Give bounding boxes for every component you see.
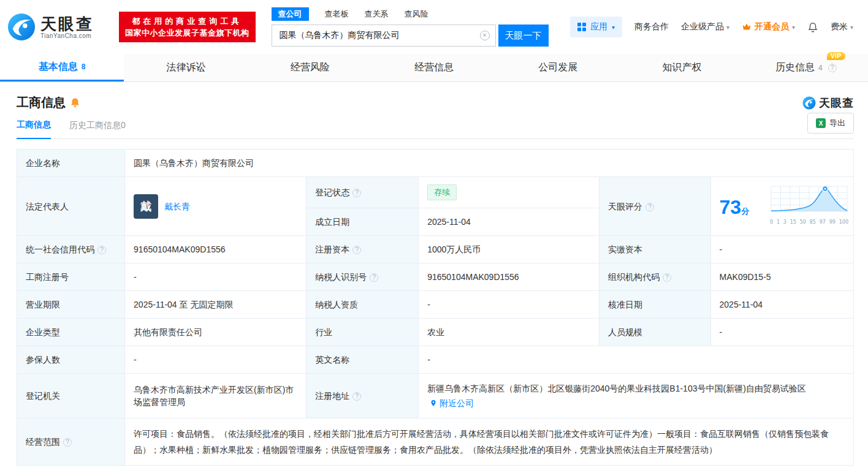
username: 费米: [831, 21, 848, 32]
legal-rep-avatar[interactable]: 戴: [134, 194, 158, 219]
chevron-down-icon: ▾: [726, 24, 729, 31]
legal-rep-link[interactable]: 戴长青: [164, 200, 190, 213]
tab-intellectual-property[interactable]: 知识产权: [620, 54, 744, 81]
export-button[interactable]: X 导出: [807, 113, 854, 134]
help-icon[interactable]: ?: [352, 246, 361, 254]
score-value: 73: [720, 196, 742, 218]
search-input[interactable]: [272, 25, 496, 47]
tab-basic-info[interactable]: 基本信息 8: [0, 54, 124, 81]
header: 天眼查 TianYanCha.com 都在用的商业查询工具 国家中小企业发展子基…: [0, 0, 868, 54]
chevron-down-icon: ▾: [850, 24, 853, 31]
notification-bell-icon[interactable]: [807, 21, 818, 33]
search-tab-boss[interactable]: 查老板: [325, 9, 349, 20]
value-reg-number: -: [125, 263, 306, 291]
tab-label: 历史信息: [775, 61, 815, 74]
label-text: 注册资本: [315, 244, 349, 254]
label-reg-status: 登记状态?: [306, 177, 419, 208]
tab-label: 公司发展: [538, 61, 577, 74]
tab-history-info[interactable]: 历史信息 4 ? VIP: [744, 54, 868, 81]
grid-icon: [577, 23, 586, 31]
score-axis-tick: 100: [839, 216, 848, 229]
score-axis-tick: 1: [777, 216, 780, 229]
tab-legal-proceedings[interactable]: 法律诉讼: [124, 54, 248, 81]
link-business-cooperation[interactable]: 商务合作: [634, 21, 669, 32]
label-insured: 参保人数: [17, 346, 125, 374]
nearby-label: 附近公司: [440, 398, 474, 408]
brand-domain: TianYanCha.com: [40, 32, 94, 39]
vip-label: 开通会员: [755, 21, 789, 32]
apps-label: 应用: [590, 21, 607, 32]
value-establish-date: 2025-11-04: [419, 208, 600, 236]
status-badge: 存续: [427, 184, 457, 200]
subtab-history-business-info[interactable]: 历史工商信息0: [69, 120, 126, 138]
score-axis-tick: 99: [829, 216, 836, 229]
help-icon[interactable]: ?: [97, 246, 106, 254]
tab-business-risk[interactable]: 经营风险: [248, 54, 372, 81]
label-text: 纳税人识别号: [315, 272, 367, 282]
help-icon[interactable]: ?: [63, 438, 72, 447]
excel-icon: X: [816, 118, 826, 128]
tab-label: 法律诉讼: [166, 61, 205, 74]
chevron-down-icon: ▾: [612, 24, 615, 31]
label-score: 天眼评分?: [600, 177, 711, 236]
chevron-down-icon: ▾: [792, 24, 795, 31]
table-row: 登记机关 乌鲁木齐市高新技术产业开发区(新市区)市场监督管理局 注册地址? 新疆…: [17, 374, 854, 418]
help-icon[interactable]: ?: [645, 203, 654, 211]
value-credit-code: 91650104MAK09D1556: [125, 236, 306, 263]
value-company-type: 其他有限责任公司: [125, 319, 306, 346]
label-text: 统一社会信用代码: [26, 244, 94, 254]
label-taxpayer-id: 纳税人识别号?: [306, 263, 419, 291]
table-row: 参保人数 - 英文名称 -: [17, 346, 854, 374]
table-row: 工商注册号 - 纳税人识别号? 91650104MAK09D1556 组织机构代…: [17, 263, 854, 291]
label-reg-capital: 注册资本?: [306, 236, 419, 263]
value-taxpayer-id: 91650104MAK09D1556: [419, 263, 600, 291]
help-icon[interactable]: ?: [370, 273, 378, 282]
open-vip-link[interactable]: 开通会员 ▾: [742, 21, 795, 32]
tab-company-development[interactable]: 公司发展: [496, 54, 620, 81]
apps-menu[interactable]: 应用 ▾: [570, 17, 622, 37]
score-axis-tick: 3: [783, 216, 786, 229]
label-credit-code: 统一社会信用代码?: [17, 236, 125, 263]
section-title: 工商信息: [17, 94, 66, 111]
vip-badge: VIP: [827, 52, 845, 60]
table-row: 法定代表人 戴 戴长青 登记状态? 存续 天眼评分? 73分: [17, 177, 854, 208]
score-axis-tick: 50: [800, 216, 806, 229]
company-nav-tabs: 基本信息 8 法律诉讼 经营风险 经营信息 公司发展 知识产权 历史信息 4 ?…: [0, 54, 868, 82]
label-business-scope: 经营范围?: [17, 418, 125, 466]
score-unit: 分: [741, 206, 749, 216]
link-enterprise-products[interactable]: 企业级产品 ▾: [681, 21, 729, 32]
value-insured: -: [125, 346, 306, 374]
score-axis-tick: 0: [770, 216, 773, 229]
label-paid-capital: 实缴资本: [600, 236, 711, 263]
alert-bell-icon[interactable]: [70, 97, 80, 108]
score-axis: 0 1 3 15 50 85 97 99 100: [770, 216, 848, 229]
help-icon[interactable]: ?: [352, 392, 361, 401]
table-row: 统一社会信用代码? 91650104MAK09D1556 注册资本? 1000万…: [17, 236, 854, 263]
brand-name: 天眼查: [40, 15, 94, 32]
label-org-code: 组织机构代码?: [600, 263, 711, 291]
tab-label: 基本信息: [39, 61, 78, 74]
nearby-companies-link[interactable]: 附近公司: [430, 398, 474, 408]
search-tab-company[interactable]: 查公司: [272, 7, 309, 21]
clear-icon[interactable]: ×: [480, 31, 490, 40]
label-company-type: 企业类型: [17, 319, 125, 346]
subtab-business-info[interactable]: 工商信息: [17, 119, 51, 139]
help-icon[interactable]: ?: [352, 189, 361, 197]
help-icon[interactable]: ?: [663, 273, 671, 282]
score-chart: 0 1 3 15 50 85 97 99 100: [770, 186, 848, 229]
tianyancha-logo[interactable]: 天眼查 TianYanCha.com: [7, 13, 119, 41]
value-taxpayer-quality: -: [419, 291, 600, 319]
help-icon[interactable]: ?: [828, 64, 837, 72]
value-business-scope: 许可项目：食品销售。（依法须经批准的项目，经相关部门批准后方可开展经营活动，具体…: [125, 418, 854, 466]
label-business-term: 营业期限: [17, 291, 125, 319]
search-tab-risk[interactable]: 查风险: [405, 9, 428, 20]
crown-icon: [742, 23, 752, 31]
user-menu[interactable]: 费米 ▾: [831, 21, 853, 32]
section-head: 工商信息 天眼查: [0, 82, 868, 111]
search-tab-relation[interactable]: 查关系: [365, 9, 389, 20]
label-legal-rep: 法定代表人: [17, 177, 125, 236]
value-industry: 农业: [419, 319, 600, 346]
search-button[interactable]: 天眼一下: [498, 25, 549, 47]
value-reg-capital: 1000万人民币: [419, 236, 600, 263]
tab-business-info[interactable]: 经营信息: [372, 54, 496, 81]
